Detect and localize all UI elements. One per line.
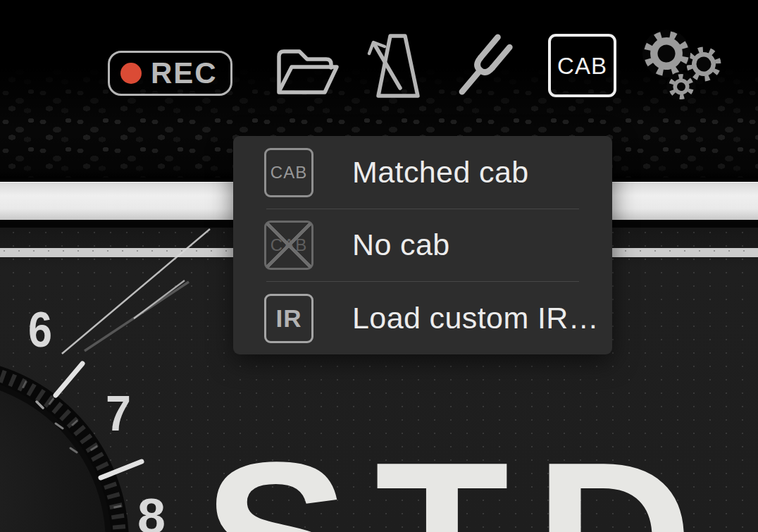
- cab-button-label: CAB: [557, 54, 607, 78]
- folder-open-icon[interactable]: [279, 51, 337, 92]
- cab-dropdown-menu: CAB Matched cab CAB No cab IR Load custo…: [233, 136, 612, 354]
- dial-number-8: 8: [137, 489, 166, 532]
- menu-item-label: No cab: [352, 228, 450, 262]
- no-cab-cross: [266, 222, 312, 268]
- rec-button[interactable]: REC: [108, 51, 232, 96]
- cab-icon-label: CAB: [271, 164, 307, 181]
- cab-icon: CAB: [264, 148, 313, 197]
- cab-button[interactable]: CAB: [548, 34, 616, 97]
- dial-number-6: 6: [28, 302, 52, 357]
- ir-icon: IR: [264, 294, 313, 343]
- menu-item-no-cab[interactable]: CAB No cab: [233, 209, 612, 281]
- menu-item-label: Load custom IR…: [352, 301, 599, 335]
- ir-icon-label: IR: [276, 306, 302, 330]
- settings-gears-icon[interactable]: [642, 30, 723, 101]
- amp-plugin-window: 6 7 8 STD: [0, 0, 758, 532]
- metronome-icon[interactable]: [369, 36, 418, 96]
- record-dot-icon: [120, 63, 142, 84]
- menu-item-matched-cab[interactable]: CAB Matched cab: [233, 136, 612, 209]
- dial-number-7: 7: [106, 386, 131, 441]
- no-cab-icon: CAB: [264, 221, 313, 270]
- tuning-fork-icon[interactable]: [456, 37, 509, 97]
- amp-model-text: STD: [203, 416, 719, 532]
- menu-item-load-custom-ir[interactable]: IR Load custom IR…: [233, 282, 612, 354]
- rec-label: REC: [151, 58, 218, 88]
- panel-scratches: [62, 229, 210, 354]
- menu-item-label: Matched cab: [352, 155, 529, 190]
